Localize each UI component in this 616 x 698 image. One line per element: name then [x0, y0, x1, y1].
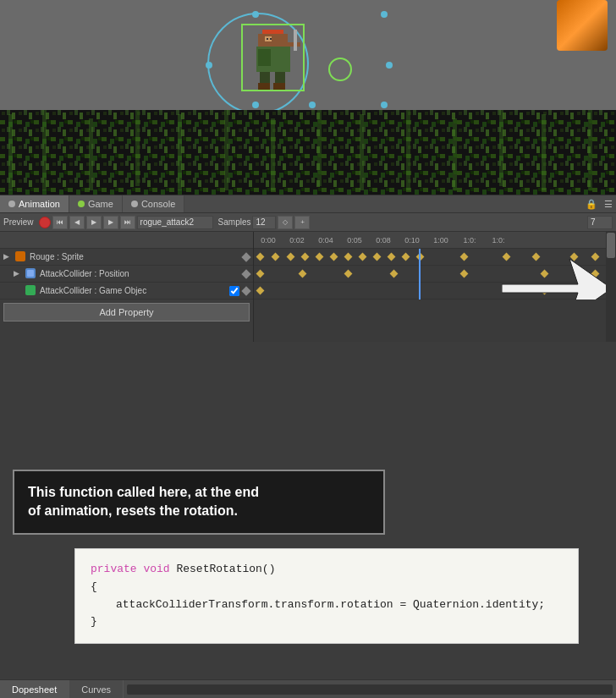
scrollbar-thumb[interactable]: [607, 233, 615, 258]
orange-object: [557, 0, 608, 51]
svg-rect-25: [135, 110, 140, 186]
sel-dot-bottom-left: [252, 102, 259, 108]
playhead[interactable]: [419, 249, 421, 300]
playback-bar: Preview ⏮ ◀ ▶ ▶ ⏭ Samples ◇ +: [0, 213, 616, 232]
tick-3: 0:05: [340, 236, 369, 245]
gameobj-icon: [25, 285, 37, 297]
callout-box: This function called here, at the endof …: [13, 470, 385, 535]
prop-attack-position[interactable]: ▶ AttackCollider : Position: [0, 266, 253, 283]
tab-console[interactable]: Console: [123, 195, 184, 212]
menu-icon[interactable]: ☰: [601, 199, 616, 210]
skip-end-button[interactable]: ⏭: [120, 216, 135, 229]
kf: [287, 253, 295, 261]
svg-marker-36: [502, 259, 612, 300]
prop-rouge-sprite[interactable]: ▶ Rouge : Sprite: [0, 249, 253, 266]
samples-input[interactable]: [252, 216, 276, 229]
kf: [316, 253, 324, 261]
add-property-button[interactable]: Add Property: [3, 303, 250, 322]
kf: [256, 253, 265, 261]
keyword-void: void: [143, 563, 169, 575]
timeline-panel[interactable]: 0:00 0:02 0:04 0:05 0:08 0:10 1:00 1:0: …: [254, 232, 616, 342]
svg-rect-28: [271, 118, 275, 190]
svg-rect-24: [89, 118, 93, 190]
svg-rect-29: [317, 110, 322, 186]
sel-dot-bottom-right: [381, 102, 388, 108]
add-key-button[interactable]: +: [294, 216, 310, 229]
character-area: [0, 0, 616, 110]
svg-rect-30: [360, 114, 364, 190]
gameobj-checkbox[interactable]: [229, 286, 239, 296]
svg-rect-6: [260, 72, 270, 85]
skip-start-button[interactable]: ⏮: [52, 216, 68, 229]
tab-game[interactable]: Game: [69, 195, 123, 212]
next-frame-button[interactable]: ▶: [103, 216, 118, 229]
svg-rect-8: [258, 83, 270, 90]
svg-rect-35: [588, 110, 592, 190]
rotation-handle: [328, 58, 352, 81]
kf: [402, 253, 410, 261]
kf: [256, 270, 265, 278]
prev-frame-button[interactable]: ◀: [69, 216, 85, 229]
sel-dot-left: [206, 62, 212, 69]
kf: [299, 270, 307, 278]
keyframe-indicator-3: [241, 286, 250, 295]
code-line-4: }: [91, 613, 563, 631]
expand-icon: ▶: [3, 252, 14, 262]
game-viewport: [0, 0, 616, 195]
svg-rect-12: [270, 38, 272, 40]
character-sprite: [241, 25, 305, 93]
kf: [460, 270, 469, 278]
code-block: private void ResetRotation() { attackCol…: [74, 548, 579, 644]
play-button[interactable]: ▶: [86, 216, 102, 229]
tab-game-label: Game: [88, 199, 113, 209]
tab-animation[interactable]: Animation: [0, 195, 69, 212]
svg-rect-32: [453, 118, 457, 190]
sel-dot-right: [386, 62, 393, 69]
preview-label: Preview: [3, 217, 34, 227]
timeline-header: 0:00 0:02 0:04 0:05 0:08 0:10 1:00 1:0: …: [254, 232, 616, 249]
tab-curves[interactable]: Curves: [69, 680, 124, 698]
anim-editor: ▶ Rouge : Sprite ▶ AttackCollider : Posi…: [0, 232, 616, 342]
svg-rect-7: [275, 72, 285, 85]
svg-rect-26: [178, 114, 182, 190]
tab-console-label: Console: [141, 199, 175, 209]
kf: [359, 253, 367, 261]
anim-toolbar: Animation Game Console 🔒 ☰: [0, 195, 616, 213]
kf: [460, 253, 469, 261]
svg-rect-5: [294, 30, 297, 51]
svg-rect-1: [258, 34, 288, 47]
samples-label: Samples: [218, 217, 251, 227]
prop-gameobj-label: AttackCollider : Game Objec: [40, 286, 229, 295]
tab-animation-label: Animation: [19, 199, 60, 209]
lock-icon[interactable]: 🔒: [582, 199, 601, 210]
kf: [272, 253, 280, 261]
kf: [330, 253, 338, 261]
record-button[interactable]: [39, 217, 51, 228]
timeline-rows: [254, 249, 616, 300]
clip-name-input[interactable]: [137, 216, 213, 229]
tick-5: 0:10: [398, 236, 426, 245]
tile-area: [0, 110, 616, 195]
kf: [344, 270, 353, 278]
svg-rect-27: [224, 110, 228, 190]
prop-attack-gameobj[interactable]: AttackCollider : Game Objec: [0, 283, 253, 300]
timeline-scrollbar[interactable]: [606, 232, 616, 342]
diamond-button[interactable]: ◇: [278, 216, 293, 229]
horizontal-scrollbar[interactable]: [127, 684, 613, 695]
kf: [301, 253, 310, 261]
sprite-icon: [15, 251, 27, 263]
animation-icon: [8, 201, 15, 207]
tick-4: 0:08: [369, 236, 398, 245]
expand-icon-2: ▶: [14, 269, 24, 279]
svg-rect-3: [258, 49, 271, 66]
sel-dot-bottom-mid: [309, 102, 316, 108]
game-icon: [78, 201, 85, 207]
properties-panel: ▶ Rouge : Sprite ▶ AttackCollider : Posi…: [0, 232, 254, 342]
tab-dopesheet[interactable]: Dopesheet: [0, 680, 69, 698]
tick-2: 0:04: [311, 236, 340, 245]
svg-rect-11: [267, 38, 268, 40]
frame-number-input[interactable]: [587, 216, 613, 229]
kf: [373, 253, 382, 261]
kf: [390, 270, 399, 278]
keyword-private: private: [91, 563, 137, 575]
